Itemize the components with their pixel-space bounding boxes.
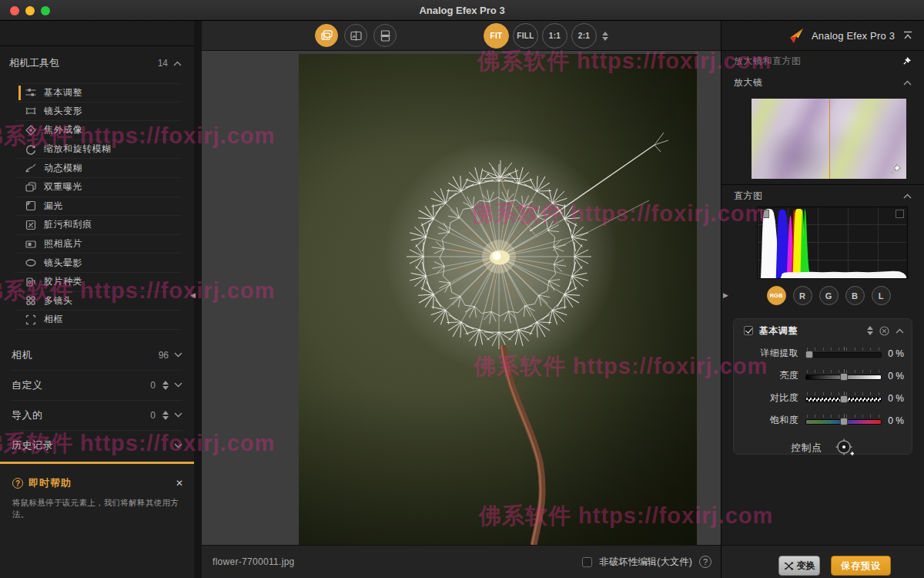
slider-track[interactable]: [805, 352, 882, 358]
tool-item-film-type[interactable]: 胶片种类: [15, 273, 180, 292]
channel-b-button[interactable]: B: [845, 286, 865, 305]
section-title: 直方图: [734, 190, 763, 203]
vignette-icon: [25, 257, 37, 269]
tool-item-dirt-scratches[interactable]: 脏污和刮痕: [15, 216, 180, 235]
tool-item-photo-plate[interactable]: 照相底片: [15, 235, 180, 254]
tool-item-light-leak[interactable]: 漏光: [15, 197, 180, 217]
add-control-point-icon[interactable]: [835, 438, 855, 458]
section-cameras[interactable]: 相机 96: [12, 341, 182, 371]
count-stepper[interactable]: [162, 381, 169, 390]
motion-blur-icon: [25, 162, 37, 174]
canvas-area: FIT FILL 1:1 2:1: [202, 21, 721, 578]
tool-item-label: 漏光: [44, 200, 63, 213]
slider-label: 亮度: [734, 369, 798, 382]
split-preview-button[interactable]: [373, 24, 397, 47]
side-by-side-preview-button[interactable]: [344, 24, 367, 47]
zoom-100-button[interactable]: 1:1: [542, 23, 567, 49]
histogram-channel-row: RGB R G B L: [721, 286, 924, 305]
chevron-up-icon[interactable]: [896, 328, 904, 334]
tool-item-basic-adjustments[interactable]: 基本调整: [15, 83, 180, 102]
chevron-up-icon: [903, 193, 912, 199]
slider-value: 0 %: [888, 371, 904, 381]
loupe-section-header[interactable]: 放大镜: [721, 72, 924, 93]
tool-item-bokeh[interactable]: 焦外成像: [15, 121, 180, 140]
slider-thumb[interactable]: [840, 373, 848, 381]
count-stepper[interactable]: [162, 411, 169, 420]
slider-detail-extraction: 详细提取 0 %: [734, 342, 912, 365]
histogram-section-header[interactable]: 直方图: [721, 185, 924, 207]
chevron-up-icon: [173, 61, 182, 66]
zoom-fill-button[interactable]: FILL: [513, 23, 538, 49]
transform-button[interactable]: 变换: [778, 556, 820, 576]
tool-item-double-exposure[interactable]: 双重曝光: [15, 178, 180, 197]
basic-adjustments-checkbox[interactable]: [744, 326, 753, 335]
remove-panel-icon[interactable]: [879, 326, 889, 336]
slider-thumb[interactable]: [840, 418, 848, 425]
pin-icon[interactable]: [902, 56, 912, 66]
channel-rgb-button[interactable]: RGB: [767, 286, 786, 305]
preview-mode-group: [315, 24, 397, 47]
collapse-left-panel-icon[interactable]: ◀: [190, 291, 196, 299]
section-title: 放大镜和直方图: [734, 55, 802, 68]
channel-g-button[interactable]: G: [819, 286, 839, 305]
dandelion-stem: [299, 54, 697, 545]
photo-preview[interactable]: [299, 54, 697, 545]
section-history[interactable]: 历史记录: [12, 431, 182, 461]
highlight-clipping-checkbox[interactable]: [896, 210, 904, 218]
nondestructive-checkbox[interactable]: [582, 557, 592, 567]
collapse-right-panel-icon[interactable]: ▶: [723, 291, 728, 299]
tool-item-lens-distortion[interactable]: 镜头变形: [15, 102, 180, 122]
camera-toolkit-list: 基本调整 镜头变形 焦外成像 缩放和旋转模糊 动态模糊 双重曝光 漏光 脏污和: [15, 83, 180, 330]
single-preview-button[interactable]: [315, 24, 338, 47]
save-preset-button-label: 保存预设: [841, 560, 881, 573]
section-custom[interactable]: 自定义 0: [12, 371, 182, 401]
section-count: 0: [150, 380, 156, 391]
shadow-clipping-checkbox[interactable]: [761, 210, 769, 218]
tool-item-zoom-rotate-blur[interactable]: 缩放和旋转模糊: [15, 140, 180, 160]
slider-label: 饱和度: [734, 414, 798, 427]
section-imported[interactable]: 导入的 0: [12, 401, 182, 431]
save-preset-button[interactable]: 保存预设: [831, 556, 891, 576]
tool-item-vignette[interactable]: 镜头晕影: [15, 254, 180, 273]
double-exposure-icon: [25, 181, 37, 193]
tool-item-label: 缩放和旋转模糊: [44, 143, 112, 156]
slider-thumb[interactable]: [805, 351, 813, 358]
tool-item-label: 相框: [44, 313, 63, 326]
channel-r-button[interactable]: R: [793, 286, 812, 305]
zoom-fit-button[interactable]: FIT: [484, 23, 509, 49]
chevron-down-icon: [174, 412, 182, 418]
collapse-all-icon[interactable]: [902, 31, 913, 40]
sliders-icon: [25, 86, 37, 99]
loupe-pin-icon[interactable]: [890, 163, 902, 175]
nondestructive-label: 非破坏性编辑(大文件): [599, 556, 692, 569]
tool-item-frame[interactable]: 相框: [15, 311, 180, 330]
tool-item-motion-blur[interactable]: 动态模糊: [15, 159, 180, 178]
bokeh-icon: [25, 124, 37, 136]
chevron-down-icon: [174, 352, 182, 358]
frame-icon: [25, 314, 37, 326]
slider-ticks: [807, 415, 880, 418]
histogram-plot: [758, 207, 907, 278]
tool-item-label: 胶片种类: [44, 275, 82, 288]
sidebar-top-strip: [0, 21, 194, 46]
panel-reorder-stepper[interactable]: [867, 326, 873, 335]
sidebar-divider[interactable]: [194, 21, 202, 578]
zoom-200-button[interactable]: 2:1: [571, 23, 597, 49]
zoom-stepper[interactable]: [602, 32, 608, 41]
right-panel-app-title: Analog Efex Pro 3: [812, 30, 895, 42]
loupe-preview[interactable]: [752, 99, 906, 179]
photo-stack-icon: [320, 29, 333, 42]
light-leak-icon: [25, 200, 37, 212]
control-points-label: 控制点: [791, 442, 822, 455]
chevron-down-icon: [174, 382, 182, 388]
channel-l-button[interactable]: L: [872, 286, 891, 305]
close-icon[interactable]: ✕: [176, 478, 183, 489]
section-label: 自定义: [12, 378, 43, 392]
tool-item-multi-lens[interactable]: 多镜头: [15, 292, 180, 311]
help-question-icon[interactable]: ?: [699, 556, 711, 568]
camera-toolkit-header[interactable]: 相机工具包 14: [0, 46, 194, 80]
slider-thumb[interactable]: [840, 395, 848, 403]
split-vertical-icon: [350, 29, 363, 42]
loupe-histogram-section-header[interactable]: 放大镜和直方图: [721, 51, 924, 72]
film-type-icon: [25, 276, 37, 288]
